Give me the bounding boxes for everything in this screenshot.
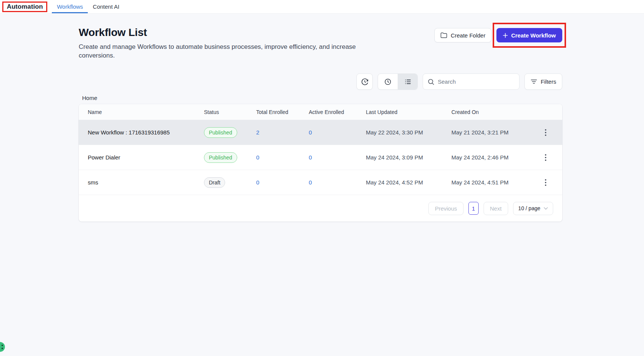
filters-label: Filters (541, 78, 556, 85)
table-header-row: NameStatusTotal EnrolledActive EnrolledL… (79, 104, 562, 120)
actions-cell (535, 178, 556, 187)
automation-menu-label[interactable]: Automation (7, 3, 43, 11)
history-button[interactable] (356, 73, 373, 90)
status-cell: Published (204, 127, 256, 138)
last-updated-value: May 24 2024, 3:09 PM (366, 154, 451, 161)
table-row[interactable]: New Workflow : 1716319316985 Published 2… (79, 120, 562, 145)
table-row[interactable]: sms Draft 0 0 May 24 2024, 4:52 PM May 2… (79, 170, 562, 195)
page-subtitle: Create and manage Workflows to automate … (79, 42, 361, 60)
page-content: Workflow List Create and manage Workflow… (79, 27, 562, 222)
pagination: Previous 1 Next 10 / page (79, 195, 562, 222)
created-on-value: May 24 2024, 2:46 PM (451, 154, 535, 161)
total-enrolled-link[interactable]: 0 (256, 179, 309, 186)
kebab-menu-icon[interactable] (542, 178, 549, 187)
page-title: Workflow List (79, 27, 361, 39)
status-cell: Draft (204, 177, 256, 188)
column-header-active-enrolled: Active Enrolled (309, 109, 366, 115)
kebab-menu-icon[interactable] (542, 153, 549, 162)
history-view-button[interactable] (378, 74, 398, 89)
top-navigation: Automation WorkflowsContent AI (0, 0, 644, 14)
create-workflow-annotation-box: Create Workflow (493, 23, 566, 48)
plus-icon (503, 33, 508, 38)
total-enrolled-link[interactable]: 0 (256, 154, 309, 161)
page-header: Workflow List Create and manage Workflow… (79, 27, 562, 60)
toolbar: Filters (79, 73, 562, 90)
actions-cell (535, 153, 556, 162)
previous-page-button[interactable]: Previous (428, 202, 463, 215)
column-header-last-updated: Last Updated (366, 109, 451, 115)
history-icon (361, 78, 369, 86)
list-view-button[interactable] (398, 74, 417, 89)
active-enrolled-link[interactable]: 0 (309, 179, 366, 186)
status-badge: Draft (204, 177, 225, 188)
last-updated-value: May 24 2024, 4:52 PM (366, 179, 451, 186)
chevron-down-icon (544, 207, 548, 210)
status-badge: Published (204, 127, 237, 138)
workflow-name[interactable]: sms (88, 179, 204, 186)
last-updated-value: May 22 2024, 3:30 PM (366, 129, 451, 136)
created-on-value: May 21 2024, 3:21 PM (451, 129, 535, 136)
status-cell: Published (204, 152, 256, 163)
title-block: Workflow List Create and manage Workflow… (79, 27, 361, 60)
column-header-name: Name (88, 109, 204, 115)
page-size-value: 10 / page (518, 205, 540, 211)
total-enrolled-link[interactable]: 2 (256, 129, 309, 136)
chat-widget[interactable] (0, 342, 5, 352)
search-icon (428, 78, 434, 85)
create-folder-label: Create Folder (451, 32, 485, 39)
create-workflow-label: Create Workflow (511, 32, 556, 39)
automation-annotation-box: Automation (2, 2, 47, 12)
nav-tabs: WorkflowsContent AI (52, 0, 124, 13)
column-header-status: Status (204, 109, 256, 115)
column-header-total-enrolled: Total Enrolled (256, 109, 309, 115)
workflow-table: NameStatusTotal EnrolledActive EnrolledL… (79, 104, 562, 222)
create-workflow-button[interactable]: Create Workflow (496, 28, 562, 42)
current-page-button[interactable]: 1 (468, 202, 479, 215)
folder-icon (440, 32, 447, 38)
tab-content-ai[interactable]: Content AI (88, 0, 124, 13)
actions-cell (535, 128, 556, 137)
header-actions: Create Folder Create Workflow (434, 28, 562, 60)
filter-icon (530, 79, 537, 84)
page-size-select[interactable]: 10 / page (513, 202, 553, 215)
kebab-menu-icon[interactable] (542, 128, 549, 137)
created-on-value: May 24 2024, 4:51 PM (451, 179, 535, 186)
search-input[interactable] (438, 78, 515, 85)
active-enrolled-link[interactable]: 0 (309, 154, 366, 161)
workflow-name[interactable]: Power Dialer (88, 154, 204, 161)
table-row[interactable]: Power Dialer Published 0 0 May 24 2024, … (79, 145, 562, 170)
next-page-button[interactable]: Next (484, 202, 508, 215)
search-box (423, 73, 520, 90)
clock-icon (384, 78, 392, 86)
breadcrumb[interactable]: Home (82, 95, 562, 101)
status-badge: Published (204, 152, 237, 163)
create-folder-button[interactable]: Create Folder (434, 28, 492, 42)
tab-workflows[interactable]: Workflows (52, 0, 88, 13)
list-view-icon (404, 78, 412, 86)
column-header-created-on: Created On (451, 109, 535, 115)
view-toggle-group (378, 73, 418, 90)
filters-button[interactable]: Filters (524, 73, 562, 90)
active-enrolled-link[interactable]: 0 (309, 129, 366, 136)
table-body: New Workflow : 1716319316985 Published 2… (79, 120, 562, 195)
workflow-name[interactable]: New Workflow : 1716319316985 (88, 129, 204, 136)
